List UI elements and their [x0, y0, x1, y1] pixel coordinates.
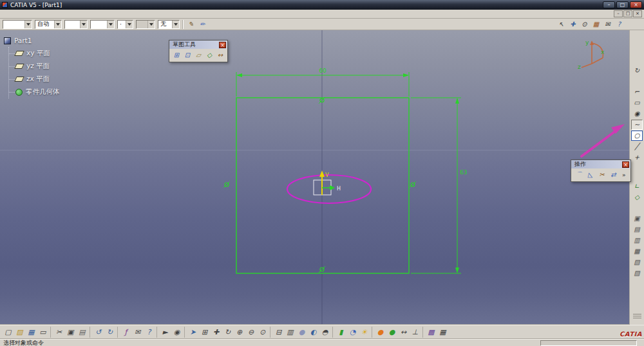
chevron-down-icon[interactable]	[24, 21, 32, 28]
geometrical-constraints-icon[interactable]: ◇	[204, 50, 214, 60]
rectangle-tool-icon[interactable]: ▭	[631, 98, 643, 108]
status-field[interactable]	[540, 340, 637, 346]
axis-system-icon[interactable]: ⊥	[410, 327, 421, 338]
menu-enovia[interactable]	[8, 10, 14, 18]
catalog-icon[interactable]: ▩	[426, 327, 437, 338]
formula-icon[interactable]: ƒ	[120, 327, 131, 338]
help-icon[interactable]: ?	[144, 327, 155, 338]
zoom-out-icon[interactable]: ⊖	[245, 327, 256, 338]
sketch-tools-panel[interactable]: 草图工具 × ⊞⊡▱◇↔	[169, 40, 228, 62]
intersect-3d-icon[interactable]: ▥	[631, 235, 643, 246]
render-combo[interactable]: 无	[158, 20, 180, 29]
measure-icon[interactable]: ↔	[398, 327, 409, 338]
height-dimension[interactable]: 63	[460, 169, 467, 176]
auto-combo[interactable]: 自动	[35, 20, 62, 29]
profile-icon[interactable]: ⌐	[631, 87, 643, 97]
grid-icon[interactable]: ⊞	[171, 50, 182, 60]
tree-item-part-body[interactable]: 零件几何体	[9, 86, 60, 98]
chevron-down-icon[interactable]	[172, 21, 179, 28]
select-arrow-icon[interactable]: ↖	[556, 19, 567, 30]
undo-icon[interactable]: ↺	[93, 327, 104, 338]
tree-item-xy-plane[interactable]: xy 平面	[9, 47, 60, 60]
menu-window[interactable]	[46, 10, 53, 18]
titlebar[interactable]: CATIA V5 - [Part1] – □ ×	[0, 0, 644, 10]
new-document-icon[interactable]: ▢	[3, 327, 14, 338]
chevron-down-icon[interactable]	[126, 21, 133, 28]
menu-start[interactable]	[1, 10, 8, 18]
constraint-icon[interactable]: ∟	[631, 181, 643, 192]
palette-icon[interactable]: ▦	[591, 19, 601, 30]
cut-icon[interactable]: ✂	[53, 327, 64, 338]
tree-item-zx-plane[interactable]: zx 平面	[9, 73, 60, 86]
isolate-icon[interactable]: ▧	[631, 257, 643, 268]
print-icon[interactable]: ▭	[37, 327, 48, 338]
zoom-in-icon[interactable]: ⊕	[234, 327, 245, 338]
menu-file[interactable]	[14, 10, 21, 18]
ellipse-tool-icon[interactable]: ○	[631, 131, 643, 141]
zoom-icon[interactable]: ⊙	[579, 19, 590, 30]
hide-show-icon[interactable]: ◐	[308, 327, 319, 338]
sketch-edit-icon[interactable]: ▣	[631, 214, 643, 224]
corner-icon[interactable]: ⌒	[573, 170, 584, 180]
point-tool-icon[interactable]: +	[631, 152, 643, 163]
sketch-ellipse[interactable]	[287, 175, 371, 203]
save-icon[interactable]: ▦	[26, 327, 37, 338]
open-folder-icon[interactable]: ▨	[14, 327, 25, 338]
operation-panel[interactable]: 操作 × ⌒◺✂⇄ »	[571, 159, 631, 182]
help-icon[interactable]: ?	[614, 19, 625, 30]
chevron-down-icon[interactable]	[80, 21, 87, 28]
close-icon[interactable]: ×	[219, 42, 226, 48]
doc-restore-button[interactable]: □	[623, 10, 632, 17]
close-button[interactable]: ×	[630, 1, 642, 8]
graphic-style-combo[interactable]	[3, 20, 32, 29]
rotate-icon[interactable]: ↻	[222, 327, 233, 338]
fit-all-icon[interactable]: ⊞	[199, 327, 210, 338]
menu-help[interactable]	[53, 10, 59, 18]
construction-element-icon[interactable]: ▱	[193, 50, 204, 60]
viewport[interactable]: 60 63 V H	[0, 30, 629, 325]
overflow-chevron-icon[interactable]: »	[621, 172, 627, 178]
chevron-down-icon[interactable]	[147, 21, 155, 28]
menu-insert[interactable]	[33, 10, 40, 18]
copy-icon[interactable]: ▣	[65, 327, 76, 338]
chevron-down-icon[interactable]	[107, 21, 114, 28]
doc-minimize-button[interactable]: –	[614, 10, 623, 17]
close-icon[interactable]: ×	[622, 161, 629, 168]
shading-icon[interactable]: ●	[296, 327, 307, 338]
line-weight-combo[interactable]	[90, 20, 115, 29]
material-sphere-icon[interactable]: ●	[375, 327, 386, 338]
pan-icon[interactable]: ✚	[211, 327, 222, 338]
minimize-button[interactable]: –	[603, 1, 615, 8]
menu-tools[interactable]	[40, 10, 46, 18]
chamfer-icon[interactable]: ◺	[585, 170, 596, 180]
maximize-button[interactable]: □	[616, 1, 629, 8]
contact-constraint-icon[interactable]: ◇	[631, 192, 643, 203]
chevron-down-icon[interactable]	[54, 21, 61, 28]
green-sheet-icon[interactable]: ▮	[336, 327, 346, 338]
redo-icon[interactable]: ↻	[104, 327, 115, 338]
render-sphere-icon[interactable]: ●	[386, 327, 397, 338]
fly-mode-icon[interactable]: ➤	[187, 327, 198, 338]
tree-item-yz-plane[interactable]: yz 平面	[9, 60, 60, 73]
panel-titlebar[interactable]: 操作 ×	[571, 160, 630, 168]
clock-icon[interactable]: ◔	[347, 327, 358, 338]
tree-root-part[interactable]: Part1	[4, 34, 60, 47]
width-dimension[interactable]: 60	[319, 68, 327, 74]
line-tool-icon[interactable]: ╱	[631, 141, 643, 152]
project-silhouette-icon[interactable]: ▦	[631, 246, 643, 257]
macro-icon[interactable]: ►	[160, 327, 171, 338]
normal-view-icon[interactable]: ⊙	[257, 327, 268, 338]
compass[interactable]: y x z	[573, 35, 606, 70]
project-3d-icon[interactable]: ▤	[631, 224, 643, 235]
update-icon[interactable]: ↻	[631, 66, 643, 76]
pan-hand-icon[interactable]: ✚	[567, 19, 578, 30]
wireframe-icon[interactable]: ▥	[285, 327, 296, 338]
output-feature-icon[interactable]: ▨	[631, 268, 643, 278]
sketch-canvas[interactable]: 60 63 V H	[0, 30, 629, 325]
circle-tool-icon[interactable]: ◉	[631, 109, 643, 119]
spline-tool-icon[interactable]: ~	[631, 120, 643, 130]
mail-icon[interactable]: ✉	[602, 19, 613, 30]
multi-view-icon[interactable]: ⊟	[273, 327, 284, 338]
bulb-icon[interactable]: ☀	[359, 327, 370, 338]
line-type-combo[interactable]	[64, 20, 88, 29]
